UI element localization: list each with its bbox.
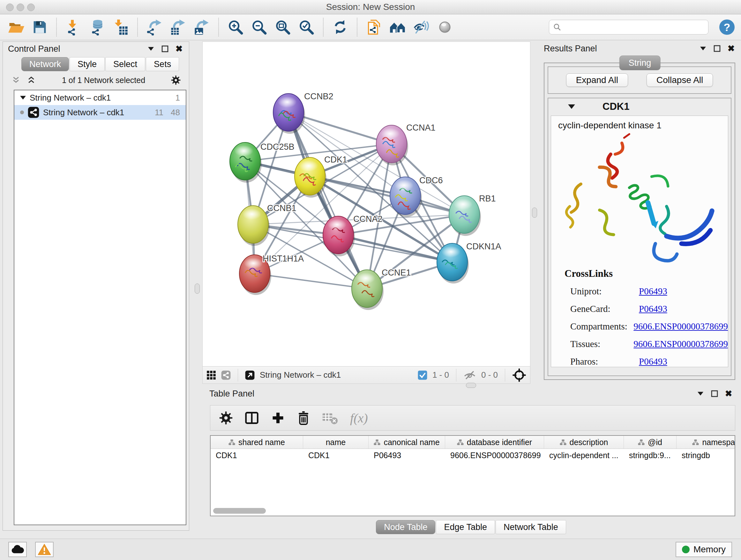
tab-network[interactable]: Network — [21, 57, 69, 71]
crosslink-link[interactable]: P06493 — [639, 304, 667, 314]
zoom-fit-button[interactable] — [273, 17, 292, 37]
warnings-button[interactable] — [35, 542, 54, 557]
left-splitter-handle[interactable] — [195, 284, 200, 294]
tab-style[interactable]: Style — [70, 57, 105, 71]
network-node-CDK1[interactable] — [294, 158, 327, 198]
panel-menu-button[interactable] — [696, 389, 705, 398]
export-image-button[interactable] — [192, 17, 211, 37]
network-node-label-HIST1H1A: HIST1H1A — [263, 254, 304, 263]
delete-column-button[interactable] — [297, 411, 310, 425]
import-table-button[interactable] — [111, 17, 130, 37]
network-collection-row[interactable]: String Network – cdk1 1 — [14, 90, 186, 105]
table-cell[interactable]: CDK1 — [211, 449, 303, 462]
detach-view-button[interactable] — [245, 370, 255, 380]
show-columns-button[interactable] — [245, 411, 259, 425]
hide-glass-button[interactable] — [412, 17, 431, 37]
column-header-namespace[interactable]: namespace — [677, 436, 735, 449]
panel-close-button[interactable]: ✖ — [174, 44, 184, 54]
crosslink-link[interactable]: P06493 — [639, 286, 667, 297]
zoom-out-button[interactable] — [250, 17, 269, 37]
table-cell[interactable]: stringdb:9... — [624, 449, 677, 462]
hidden-eye-icon[interactable] — [463, 370, 476, 380]
tab-string[interactable]: String — [619, 56, 661, 70]
grid-view-button[interactable] — [206, 370, 216, 380]
column-header-shared-name[interactable]: shared name — [211, 436, 303, 449]
tab-edge-table[interactable]: Edge Table — [436, 520, 495, 534]
section-expander-icon[interactable] — [568, 105, 575, 109]
column-header-name[interactable]: name — [303, 436, 368, 449]
panel-close-button[interactable]: ✖ — [724, 389, 733, 398]
search-input[interactable] — [564, 22, 704, 33]
panel-float-button[interactable] — [160, 44, 170, 54]
table-row[interactable]: CDK1CDK1P064939606.ENSP00000378699cyclin… — [211, 449, 735, 462]
network-canvas[interactable]: CCNB2CCNA1CDC25BCDK1CDC6RB1CCNB1CCNA2CDK… — [203, 42, 530, 366]
network-options-gear-button[interactable] — [171, 75, 181, 85]
tab-node-table[interactable]: Node Table — [376, 520, 435, 534]
table-cell[interactable]: stringdb — [677, 449, 735, 462]
bottom-splitter-handle[interactable] — [466, 383, 476, 388]
network-node-CDKN1A[interactable] — [437, 243, 469, 284]
panel-menu-button[interactable] — [146, 44, 156, 54]
network-node-CCNA2[interactable] — [323, 216, 355, 256]
expand-all-networks-button[interactable] — [26, 75, 36, 85]
save-session-button[interactable] — [30, 17, 49, 37]
panel-float-button[interactable] — [712, 44, 722, 53]
network-node-CCNB1[interactable] — [238, 206, 270, 246]
column-header--id[interactable]: @id — [624, 436, 677, 449]
protein-section-header[interactable]: CDK1 — [548, 98, 731, 115]
collapse-all-button[interactable]: Collapse All — [647, 73, 713, 87]
column-header-canonical-name[interactable]: canonical name — [368, 436, 445, 449]
zoom-window-button[interactable] — [27, 3, 35, 11]
table-options-gear-button[interactable] — [219, 411, 232, 425]
network-edge-HIST1H1A-CCNE1[interactable] — [255, 273, 367, 289]
tab-select[interactable]: Select — [105, 57, 145, 71]
table-cell[interactable]: P06493 — [368, 449, 445, 462]
right-splitter-handle[interactable] — [532, 207, 537, 218]
network-from-file-button[interactable] — [364, 17, 384, 37]
table-cell[interactable]: 9606.ENSP00000378699 — [445, 449, 544, 462]
update-networks-button[interactable] — [331, 17, 350, 37]
import-network-database-button[interactable] — [87, 17, 107, 37]
network-node-CCNE1[interactable] — [352, 270, 384, 310]
panel-close-button[interactable]: ✖ — [726, 44, 736, 53]
network-row-selected[interactable]: String Network – cdk1 11 48 — [14, 105, 186, 120]
table-cell[interactable]: cyclin-dependent ... — [544, 449, 624, 462]
column-header-database-identifier[interactable]: database identifier — [445, 436, 544, 449]
close-window-button[interactable] — [6, 3, 14, 11]
expand-all-button[interactable]: Expand All — [566, 73, 628, 87]
column-header-description[interactable]: description — [544, 436, 624, 449]
show-glass-button[interactable] — [435, 17, 455, 37]
collapse-all-networks-button[interactable] — [11, 75, 21, 85]
tab-network-table[interactable]: Network Table — [495, 520, 566, 534]
home-button[interactable] — [388, 17, 407, 37]
table-cell[interactable]: CDK1 — [303, 449, 368, 462]
crosslink-link[interactable]: 9606.ENSP00000378699 — [633, 321, 728, 332]
titlebar: Session: New Session — [0, 0, 741, 14]
horizontal-scrollbar-thumb[interactable] — [213, 508, 266, 514]
tab-sets[interactable]: Sets — [146, 57, 179, 71]
zoom-selected-button[interactable] — [297, 17, 316, 37]
help-button[interactable]: ? — [719, 19, 735, 35]
network-node-CDC6[interactable] — [390, 177, 422, 217]
collection-expander-icon[interactable] — [20, 96, 26, 100]
network-node-CCNA1[interactable] — [376, 125, 408, 165]
cloud-status-button[interactable] — [8, 542, 27, 557]
network-view-share-button[interactable] — [221, 370, 231, 380]
panel-float-button[interactable] — [710, 389, 719, 398]
minimize-window-button[interactable] — [17, 3, 24, 11]
center-view-button[interactable] — [512, 368, 526, 382]
panel-menu-button[interactable] — [698, 44, 708, 53]
network-node-CCNB2[interactable] — [273, 94, 305, 134]
network-node-RB1[interactable] — [449, 196, 481, 236]
crosslink-link[interactable]: 9606.ENSP00000378699 — [633, 339, 728, 349]
search-field[interactable] — [549, 20, 709, 35]
import-network-file-button[interactable] — [64, 17, 83, 37]
export-network-button[interactable] — [145, 17, 164, 37]
open-session-button[interactable] — [6, 17, 25, 37]
zoom-in-button[interactable] — [226, 17, 245, 37]
selected-checkbox-icon[interactable] — [418, 370, 427, 380]
memory-button[interactable]: Memory — [676, 542, 732, 557]
add-column-button[interactable] — [271, 411, 285, 425]
export-table-button[interactable] — [169, 17, 188, 37]
crosslink-link[interactable]: P06493 — [639, 356, 667, 367]
